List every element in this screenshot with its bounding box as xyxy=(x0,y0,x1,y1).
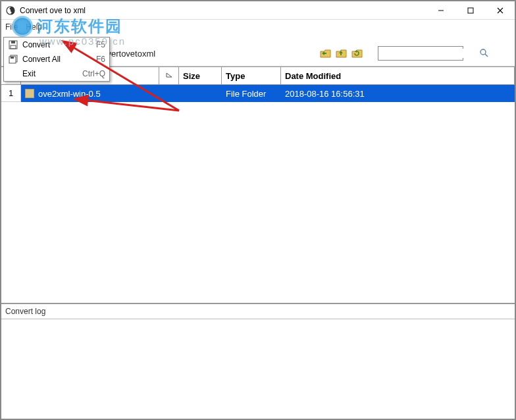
svg-rect-10 xyxy=(11,41,15,43)
log-body xyxy=(1,319,515,419)
folder-back-icon[interactable] xyxy=(320,48,332,59)
search-input[interactable] xyxy=(380,49,479,58)
save-icon xyxy=(8,39,18,50)
file-rows: 1 ove2xml-win-0.5 File Folder 2018-08-16… xyxy=(1,85,515,303)
menu-convert[interactable]: Convert F5 xyxy=(4,38,109,52)
menu-convert-all-label: Convert All xyxy=(22,55,92,64)
row-type: File Folder xyxy=(222,85,281,102)
menubar: File Help xyxy=(1,20,515,34)
search-box[interactable] xyxy=(378,46,463,61)
log-title: Convert log xyxy=(1,304,515,319)
col-type[interactable]: Type xyxy=(222,67,281,84)
folder-up-icon[interactable] xyxy=(336,48,348,59)
window-title: Convert ove to xml xyxy=(20,6,426,15)
col-sort-indicator[interactable] xyxy=(159,67,179,84)
row-date: 2018-08-16 16:56:31 xyxy=(281,85,515,102)
svg-point-1 xyxy=(10,7,12,9)
menu-exit[interactable]: Exit Ctrl+Q xyxy=(4,66,109,81)
titlebar: Convert ove to xml xyxy=(1,1,515,20)
window-controls xyxy=(426,1,515,20)
svg-line-8 xyxy=(485,54,488,57)
search-icon[interactable] xyxy=(479,48,488,59)
file-list: Name Size Type Date Modified 1 ove2xml-w… xyxy=(1,66,515,303)
menu-convert-shortcut: F5 xyxy=(96,40,105,49)
menu-file[interactable]: File xyxy=(5,22,18,32)
menu-convert-label: Convert xyxy=(22,40,92,49)
row-name: ove2xml-win-0.5 xyxy=(38,89,101,99)
svg-point-7 xyxy=(480,49,486,55)
maximize-button[interactable] xyxy=(455,1,485,20)
folder-icon xyxy=(25,89,34,98)
menu-exit-shortcut: Ctrl+Q xyxy=(82,69,105,78)
minimize-button[interactable] xyxy=(426,1,455,20)
row-number: 1 xyxy=(1,85,21,102)
svg-rect-4 xyxy=(468,8,473,13)
svg-rect-11 xyxy=(11,45,16,49)
row-size xyxy=(179,85,222,102)
svg-point-2 xyxy=(10,11,12,13)
app-icon xyxy=(5,5,16,16)
menu-convert-all-shortcut: F6 xyxy=(96,55,105,64)
folder-nav-icons xyxy=(320,48,363,59)
col-size[interactable]: Size xyxy=(179,67,222,84)
menu-convert-all[interactable]: Convert All F6 xyxy=(4,52,109,66)
close-button[interactable] xyxy=(485,1,515,20)
col-date[interactable]: Date Modified xyxy=(281,67,515,84)
blank-icon xyxy=(8,68,18,79)
file-menu-dropdown: Convert F5 Convert All F6 Exit Ctrl+Q xyxy=(3,37,110,82)
menu-help[interactable]: Help xyxy=(26,22,42,32)
table-row[interactable]: 1 ove2xml-win-0.5 File Folder 2018-08-16… xyxy=(1,85,515,102)
svg-rect-14 xyxy=(11,57,14,59)
save-all-icon xyxy=(8,54,18,65)
menu-exit-label: Exit xyxy=(22,69,78,78)
row-name-cell[interactable]: ove2xml-win-0.5 xyxy=(21,85,179,102)
folder-refresh-icon[interactable] xyxy=(351,48,363,59)
log-panel: Convert log xyxy=(1,303,515,419)
